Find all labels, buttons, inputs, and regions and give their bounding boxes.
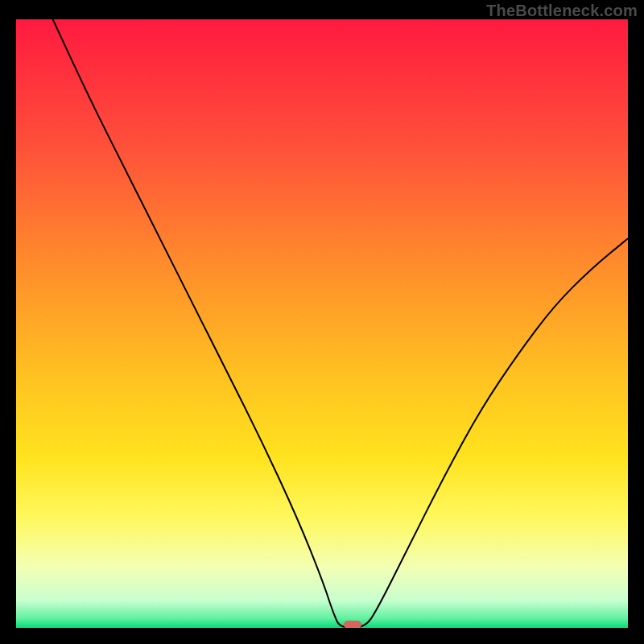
bottleneck-curve (16, 19, 628, 628)
minimum-marker (344, 621, 361, 628)
watermark-text: TheBottleneck.com (486, 2, 638, 20)
plot-area (16, 19, 628, 628)
chart-frame: TheBottleneck.com (0, 0, 644, 644)
